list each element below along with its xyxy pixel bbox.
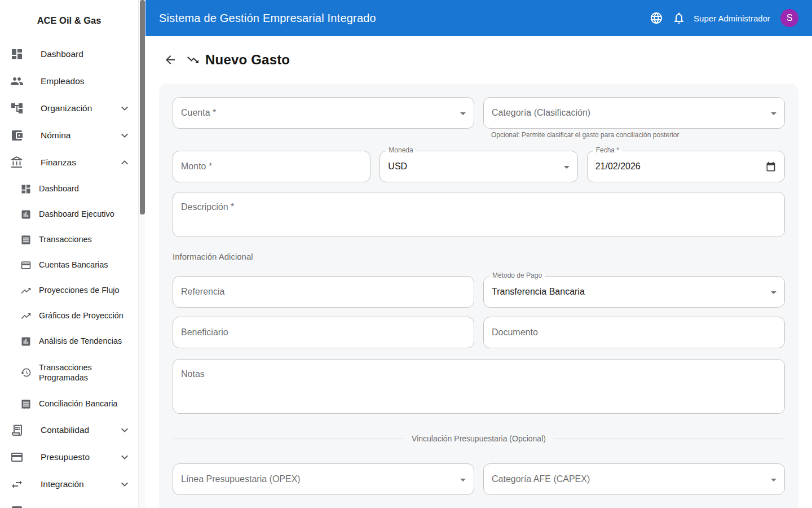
sidebar-item-label: Conciliación Bancaria [39,398,117,409]
sidebar-scrollbar-thumb[interactable] [140,0,145,214]
categoria-select[interactable]: Categoría (Clasificación) [483,97,785,129]
sidebar-subitem-dashboard[interactable]: Dashboard [0,176,138,202]
dropdown-caret-icon [767,107,780,120]
sidebar-item-nomina[interactable]: Nómina [0,122,138,149]
sidebar-item-presupuesto[interactable]: Presupuesto [0,444,138,471]
categoria-cell: Categoría (Clasificación) Opcional: Perm… [483,97,785,139]
sidebar-subitem-conciliacion-bancaria[interactable]: Conciliación Bancaria [0,391,138,417]
moneda-select[interactable]: Moneda USD [379,151,577,182]
sidebar-item-organizacion[interactable]: Organización [0,95,138,122]
beneficiario-input[interactable]: Beneficiario [173,317,474,348]
receipt-long-icon [10,423,24,437]
cuenta-label: Cuenta * [181,108,216,118]
fecha-input[interactable]: Fecha * 21/02/2026 [587,151,785,182]
credit-card-icon [10,450,24,464]
page-title: Nuevo Gasto [205,52,290,68]
sidebar-item-integracion[interactable]: Integración [0,471,138,498]
page-content: Nuevo Gasto Cuenta * Categoría (Clasific… [145,36,812,508]
sidebar-item-label: Integración [41,479,84,489]
wallet-icon [10,129,24,142]
main-area: Sistema de Gestión Empresarial Integrado… [145,0,812,508]
org-tree-icon [10,102,24,115]
divider-label: Vinculación Presupuestaria (Opcional) [404,434,554,443]
sidebar-subitem-transacciones[interactable]: Transacciones [0,227,138,252]
dropdown-caret-icon [560,160,573,174]
dropdown-caret-icon [456,473,470,487]
form-row-1: Cuenta * Categoría (Clasificación) Opcio… [173,97,785,139]
sidebar-subitem-transacciones-programadas[interactable]: Transacciones Programadas [0,354,138,391]
sidebar-item-label: Dashboard [41,49,83,59]
categoria-afe-label: Categoría AFE (CAPEX) [492,474,590,484]
trending-down-icon [186,53,200,67]
notas-textarea[interactable]: Notas [173,359,785,414]
metodo-pago-label: Método de Pago [489,271,545,279]
sidebar-item-label: Nómina [41,130,70,141]
language-button[interactable] [645,7,668,29]
sidebar-item-label: Presupuesto [41,452,90,462]
linea-presupuestaria-label: Línea Presupuestaria (OPEX) [181,474,301,484]
chevron-down-icon [118,129,131,142]
sidebar-item-label: Proyecciones de Flujo [39,285,120,295]
people-icon [10,75,24,88]
chevron-down-icon [118,450,131,464]
sidebar-subitem-dashboard-ejecutivo[interactable]: Dashboard Ejecutivo [0,202,138,227]
vinculacion-divider: Vinculación Presupuestaria (Opcional) [173,434,785,443]
sidebar-item-contabilidad[interactable]: Contabilidad [0,417,138,444]
referencia-input[interactable]: Referencia [173,276,474,308]
moneda-label: Moneda [386,146,416,154]
monto-input[interactable]: Monto * [173,151,370,182]
dropdown-caret-icon [456,107,470,120]
avatar[interactable]: S [780,9,798,27]
documento-label: Documento [492,327,538,338]
cuenta-cell: Cuenta * [173,97,474,139]
form-row-6: Notas [173,359,785,414]
categoria-helper-text: Opcional: Permite clasificar el gasto pa… [491,131,777,139]
sidebar-item-label: Dashboard Ejecutivo [39,209,114,219]
sidebar-item-dashboard[interactable]: Dashboard [0,41,138,68]
back-button[interactable] [159,49,182,71]
monto-label: Monto * [181,161,212,172]
cuenta-select[interactable]: Cuenta * [173,97,474,129]
moneda-value: USD [388,161,407,172]
swap-horizontal-icon [10,478,24,491]
notifications-button[interactable] [668,7,690,29]
calendar-icon[interactable] [765,161,776,173]
sidebar-item-label: Organización [41,103,92,113]
sidebar-item-label: Gráficos de Proyección [39,310,123,321]
sidebar-item-empleados[interactable]: Empleados [0,68,138,95]
divider-line [554,439,785,439]
chevron-down-icon [118,102,131,115]
sidebar-item-label: Transacciones Programadas [39,362,123,383]
page-header: Nuevo Gasto [159,49,798,71]
section-informacion-adicional: Información Adicional [173,252,785,261]
descripcion-textarea[interactable]: Descripción * [173,192,785,237]
appbar: Sistema de Gestión Empresarial Integrado… [145,0,812,36]
dashboard-icon [20,183,32,195]
linea-presupuestaria-select[interactable]: Línea Presupuestaria (OPEX) [173,463,474,495]
sidebar-item-label: Contabilidad [41,424,89,435]
sidebar-item-label: Análisis de Tendencias [39,336,122,346]
globe-icon [650,11,663,25]
form-row-2: Monto * Moneda USD Fecha * 21/02/2026 [173,151,785,182]
form-row-7: Línea Presupuestaria (OPEX) Categoría AF… [173,463,785,495]
sidebar-item-finanzas[interactable]: Finanzas [0,149,138,176]
app-root: ACE Oil & Gas Dashboard Empleados Organi… [0,0,812,508]
credit-card-icon [20,260,32,271]
sidebar-subitem-cuentas-bancarias[interactable]: Cuentas Bancarias [0,252,138,278]
fecha-label: Fecha * [593,146,622,154]
form-row-3: Descripción * [173,192,785,237]
form-row-4: Referencia Método de Pago Transferencia … [173,276,785,308]
sidebar-subitem-analisis-tendencias[interactable]: Análisis de Tendencias [0,329,138,354]
documento-input[interactable]: Documento [483,317,785,348]
chevron-down-icon [118,423,131,437]
trending-up-icon [20,285,32,296]
dashboard-icon [10,47,24,61]
chevron-up-icon [118,156,131,169]
categoria-afe-select[interactable]: Categoría AFE (CAPEX) [483,463,785,495]
user-name: Super Administrador [694,14,770,23]
sidebar-subitem-proyecciones-flujo[interactable]: Proyecciones de Flujo [0,278,138,303]
metodo-pago-select[interactable]: Método de Pago Transferencia Bancaria [483,276,785,308]
sidebar-item-partial[interactable] [0,498,138,508]
sidebar-subitem-graficos-proyeccion[interactable]: Gráficos de Proyección [0,303,138,329]
sidebar-scrollbar[interactable] [138,0,145,508]
